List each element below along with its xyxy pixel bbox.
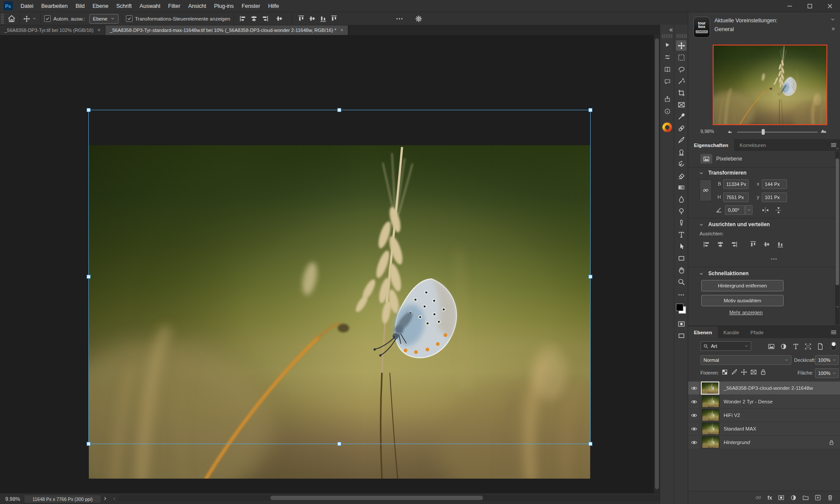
angle-field[interactable]: 0,00°	[725, 205, 745, 215]
filter-smart-objects-icon[interactable]	[817, 343, 824, 350]
more-align-options-icon[interactable]	[770, 256, 777, 262]
transform-handle-top-left[interactable]	[87, 108, 91, 112]
workspace-gear-icon[interactable]	[415, 15, 423, 23]
navigator-zoom-value[interactable]: 9,98%	[700, 129, 714, 134]
tool-preset-chevron-icon[interactable]	[32, 16, 37, 21]
transform-bounding-box[interactable]	[88, 110, 591, 444]
align-vertical-centers-icon[interactable]	[308, 15, 316, 22]
transform-handle-middle-right[interactable]	[588, 275, 592, 279]
move-tool-icon[interactable]	[23, 15, 30, 22]
scroll-left-arrow-icon[interactable]	[112, 497, 116, 501]
edit-toolbar-button[interactable]	[676, 290, 686, 300]
tool-dodge[interactable]	[676, 206, 686, 216]
panel-icon-export[interactable]	[663, 94, 672, 103]
document-tab-2[interactable]: _56A8358-DP3-Tyr-standard-max-11648w.tif…	[105, 25, 348, 35]
canvas-area[interactable]	[0, 35, 654, 493]
menu-plugins[interactable]: Plug-ins	[210, 0, 238, 12]
document-tab-1[interactable]: _56A8358-DP3-Tyr.tif bei 102% (RGB/16) ×	[0, 25, 105, 35]
layer-name[interactable]: Standard MAX	[724, 426, 756, 431]
align-horizontal-centers-icon[interactable]	[250, 15, 258, 22]
menu-ansicht[interactable]: Ansicht	[184, 0, 210, 12]
layer-visibility-toggle[interactable]	[688, 395, 700, 409]
distribute-horizontal-icon[interactable]	[276, 15, 283, 22]
link-dimensions-button[interactable]	[700, 179, 712, 201]
tool-zoom[interactable]	[676, 276, 686, 287]
toolbar-grabber[interactable]	[676, 34, 687, 38]
panel-icon-plugin-logo[interactable]	[662, 122, 672, 132]
align-left-edges-icon[interactable]	[703, 241, 710, 248]
status-zoom-level[interactable]: 9.98%	[5, 496, 20, 502]
remove-background-button[interactable]: Hintergrund entfernen	[701, 280, 784, 291]
flip-horizontal-icon[interactable]	[762, 206, 769, 214]
panel-menu-icon[interactable]	[830, 329, 837, 336]
lock-transparency-icon[interactable]	[721, 369, 728, 375]
tab-eigenschaften[interactable]: Eigenschaften	[688, 139, 734, 151]
tool-brush[interactable]	[676, 135, 686, 145]
filter-pixel-layers-icon[interactable]	[768, 343, 775, 350]
transform-handle-bottom-center[interactable]	[337, 442, 341, 446]
panel-icon-libraries[interactable]	[663, 65, 672, 74]
tool-lasso[interactable]	[676, 64, 686, 74]
more-options-icon[interactable]	[396, 15, 403, 23]
section-chevron-icon[interactable]	[699, 222, 704, 228]
layer-thumbnail[interactable]	[702, 409, 719, 421]
select-subject-button[interactable]: Motiv auswählen	[701, 295, 784, 306]
foreground-color-swatch[interactable]	[676, 304, 683, 311]
layer-name[interactable]: Hintergrund	[724, 440, 750, 445]
menu-schrift[interactable]: Schrift	[112, 0, 136, 12]
tool-frame[interactable]	[676, 99, 686, 110]
tourbox-preset-value[interactable]: General	[714, 26, 734, 32]
transform-section-title[interactable]: Transformieren	[708, 170, 746, 176]
transform-handle-bottom-right[interactable]	[588, 442, 592, 446]
transform-handle-bottom-left[interactable]	[87, 442, 91, 446]
layer-row-2[interactable]: Wonder 2 Tyr - Dense	[688, 395, 840, 409]
scroll-up-icon[interactable]	[835, 146, 840, 151]
new-adjustment-layer-icon[interactable]	[790, 494, 797, 501]
layer-name[interactable]: HiFi V2	[724, 413, 740, 418]
layer-filter-dropdown[interactable]: Art	[700, 341, 751, 351]
panel-icon-info[interactable]	[663, 107, 672, 116]
align-left-edges-icon[interactable]	[239, 15, 247, 22]
tool-path-selection[interactable]	[676, 241, 686, 252]
quick-actions-title[interactable]: Schnellaktionen	[708, 270, 749, 276]
canvas-horizontal-scrollbar-thumb[interactable]	[270, 496, 483, 500]
align-top-edges-icon[interactable]	[298, 15, 305, 22]
auto-select-checkbox[interactable]	[44, 15, 51, 22]
menu-bearbeiten[interactable]: Bearbeiten	[37, 0, 71, 12]
window-close-button[interactable]	[820, 0, 840, 12]
lock-all-icon[interactable]	[760, 369, 766, 375]
layer-visibility-toggle[interactable]	[688, 436, 700, 449]
document-tab-1-close[interactable]: ×	[98, 27, 101, 33]
show-transform-controls-checkbox[interactable]	[126, 15, 133, 22]
canvas-horizontal-scrollbar[interactable]	[118, 495, 660, 501]
layer-row-4[interactable]: Standard MAX	[688, 422, 840, 436]
new-layer-icon[interactable]	[815, 494, 821, 501]
properties-scrollbar[interactable]	[835, 151, 840, 325]
add-layer-mask-icon[interactable]	[778, 494, 784, 501]
tool-rectangular-marquee[interactable]	[676, 52, 686, 63]
layer-effects-button[interactable]: fx	[767, 495, 772, 501]
show-more-link[interactable]: Mehr anzeigen	[729, 310, 763, 315]
height-field[interactable]: 7551 Px	[723, 192, 749, 202]
zoom-in-mountain-icon[interactable]	[820, 127, 828, 135]
fill-combo[interactable]: 100%	[815, 368, 839, 378]
zoom-out-mountain-icon[interactable]	[728, 129, 733, 134]
expand-dock-icon[interactable]	[831, 26, 836, 32]
layer-filter-toggle[interactable]	[831, 341, 836, 351]
layer-visibility-toggle[interactable]	[688, 409, 700, 422]
quick-mask-button[interactable]	[676, 318, 686, 329]
navigator-zoom-slider-thumb[interactable]	[762, 129, 765, 135]
menu-hilfe[interactable]: Hilfe	[264, 0, 283, 12]
tool-gradient[interactable]	[676, 182, 686, 192]
align-section-title[interactable]: Ausrichten und verteilen	[708, 221, 770, 228]
scroll-down-icon[interactable]	[835, 304, 840, 309]
tab-pfade[interactable]: Pfade	[745, 326, 769, 338]
align-bottom-edges-icon[interactable]	[319, 15, 327, 22]
filter-type-layers-icon[interactable]	[792, 343, 799, 350]
tool-eraser[interactable]	[676, 170, 686, 181]
opacity-combo[interactable]: 100%	[815, 355, 839, 365]
delete-layer-icon[interactable]	[827, 494, 833, 501]
layer-name[interactable]: _56A8358-DP3-cloud-wonder 2-11648w	[724, 385, 813, 391]
menu-auswahl[interactable]: Auswahl	[136, 0, 164, 12]
properties-scrollbar-thumb[interactable]	[836, 158, 839, 285]
